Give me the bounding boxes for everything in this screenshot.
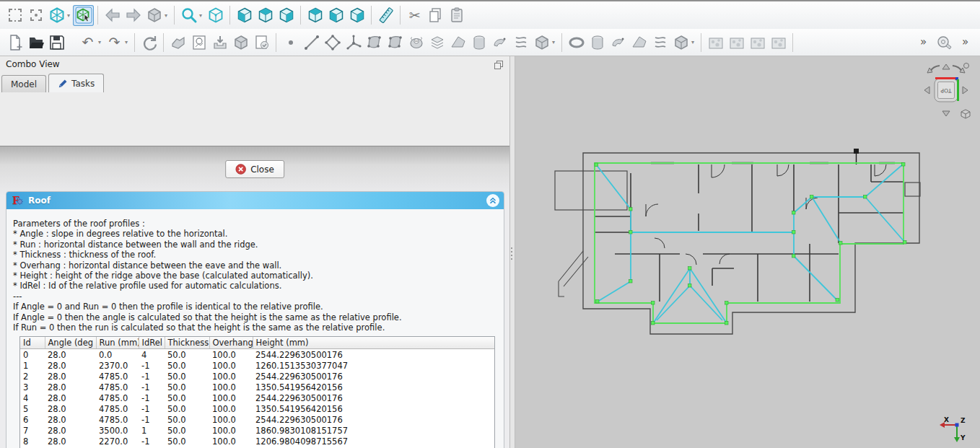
table-cell[interactable]: 50.0 <box>165 403 209 414</box>
table-cell[interactable]: 100.0 <box>209 371 253 382</box>
table-cell[interactable]: -1 <box>139 414 165 425</box>
table-cell[interactable]: 28.0 <box>45 414 96 425</box>
table-cell[interactable]: 3 <box>20 382 45 392</box>
draft-wire-icon[interactable] <box>406 32 426 53</box>
redo-icon[interactable]: ↷ <box>104 32 125 53</box>
part-cylinder-icon[interactable] <box>587 32 608 53</box>
facebinder-icon[interactable] <box>364 32 385 53</box>
toolbar-overflow-icon[interactable]: » <box>913 32 934 53</box>
table-cell[interactable]: 0 <box>20 349 45 361</box>
zoom-icon[interactable] <box>178 5 199 26</box>
table-cell[interactable]: 2270.0 <box>96 436 139 447</box>
table-cell[interactable]: 28.0 <box>45 371 96 382</box>
table-cell[interactable]: 0.0 <box>96 349 139 361</box>
view-bottom-icon[interactable] <box>325 5 346 26</box>
view-front-icon[interactable] <box>234 5 255 26</box>
table-cell[interactable]: 4785.0 <box>96 392 139 403</box>
dropdown-arrow-icon[interactable]: ▾ <box>67 12 73 19</box>
table-cell[interactable]: 1350.541956420156 <box>253 382 494 392</box>
draft-axes-icon[interactable] <box>343 32 364 53</box>
table-cell[interactable]: 2544.229630500176 <box>253 392 494 403</box>
table-cell[interactable]: 50.0 <box>165 436 209 447</box>
box-selection-icon[interactable] <box>4 5 25 26</box>
new-document-icon[interactable] <box>4 32 25 53</box>
image-plane-icon[interactable] <box>188 32 209 53</box>
arch-box-icon[interactable] <box>531 32 552 53</box>
table-cell[interactable]: 1206.9804098715567 <box>253 436 494 447</box>
paste-icon[interactable] <box>446 5 467 26</box>
table-cell[interactable]: 3500.0 <box>96 425 139 436</box>
table-cell[interactable]: -1 <box>139 436 165 447</box>
table-cell[interactable]: 50.0 <box>165 371 209 382</box>
float-panel-icon[interactable] <box>494 60 504 70</box>
toolbar-overflow2-icon[interactable]: » <box>955 32 976 53</box>
table-cell[interactable]: 100.0 <box>209 414 253 425</box>
navigation-cube[interactable]: TOP <box>918 59 974 121</box>
table-row[interactable]: 628.04785.0-150.0100.02544.229630500176 <box>20 414 494 425</box>
material-rock-icon[interactable] <box>768 32 789 53</box>
part-shape-icon[interactable] <box>167 32 188 53</box>
dropdown-arrow-icon[interactable]: ▾ <box>199 12 205 19</box>
table-cell[interactable]: 4 <box>20 392 45 403</box>
table-row[interactable]: 328.04785.0-150.0100.01350.541956420156 <box>20 382 494 392</box>
table-cell[interactable]: 100.0 <box>209 436 253 447</box>
view-right-icon[interactable] <box>276 5 297 26</box>
nav-forward-icon[interactable] <box>123 5 144 26</box>
tab-model[interactable]: Model <box>1 75 46 92</box>
table-cell[interactable]: 50.0 <box>165 425 209 436</box>
table-row[interactable]: 528.04785.0-150.0100.01350.541956420156 <box>20 403 494 414</box>
draw-style-icon[interactable] <box>73 5 94 26</box>
table-cell[interactable]: 1 <box>20 360 45 371</box>
dropdown-arrow-icon[interactable]: ▾ <box>165 12 170 19</box>
table-cell[interactable]: 100.0 <box>209 425 253 436</box>
refresh-icon[interactable] <box>139 32 159 53</box>
view-top-icon[interactable] <box>255 5 276 26</box>
draft-rectangle-icon[interactable] <box>322 32 343 53</box>
nav-back-icon[interactable] <box>102 5 123 26</box>
table-cell[interactable]: 2370.0 <box>96 360 139 371</box>
table-cell[interactable]: -1 <box>139 403 165 414</box>
table-cell[interactable]: 28.0 <box>45 403 96 414</box>
part-sweep-icon[interactable] <box>649 32 670 53</box>
view-rear-icon[interactable] <box>305 5 325 26</box>
axonometric-view-icon[interactable] <box>46 5 67 26</box>
table-cell[interactable]: -1 <box>139 371 165 382</box>
table-cell[interactable]: 50.0 <box>165 392 209 403</box>
table-cell[interactable]: 2544.229630500176 <box>253 349 494 361</box>
table-cell[interactable]: 4785.0 <box>96 414 139 425</box>
material-brick-icon[interactable] <box>726 32 747 53</box>
table-cell[interactable]: 7 <box>20 425 45 436</box>
dropdown-arrow-icon[interactable]: ▾ <box>98 39 104 45</box>
table-cell[interactable]: 4785.0 <box>96 382 139 392</box>
measure-tape-icon[interactable] <box>934 32 955 53</box>
part-cone-icon[interactable] <box>629 32 649 53</box>
dropdown-arrow-icon[interactable]: ▾ <box>691 39 697 45</box>
table-row[interactable]: 028.00.0450.0100.02544.229630500176 <box>20 349 494 361</box>
arch-profile-icon[interactable] <box>489 32 510 53</box>
table-cell[interactable]: 2 <box>20 371 45 382</box>
table-cell[interactable]: 28.0 <box>45 360 96 371</box>
arch-wall-icon[interactable] <box>447 32 468 53</box>
table-cell[interactable]: 28.0 <box>45 392 96 403</box>
table-row[interactable]: 728.03500.0150.0100.01860.9830108151757 <box>20 425 494 436</box>
table-cell[interactable]: 50.0 <box>165 382 209 392</box>
table-cell[interactable]: 2544.229630500176 <box>253 371 494 382</box>
table-cell[interactable]: 4 <box>139 349 165 361</box>
part-gear-icon[interactable] <box>608 32 629 53</box>
facebinder-alt-icon[interactable] <box>385 32 406 53</box>
fit-all-icon[interactable] <box>205 5 226 26</box>
table-cell[interactable]: 1260.1513530377047 <box>253 360 494 371</box>
table-cell[interactable]: -1 <box>139 382 165 392</box>
table-cell[interactable]: 100.0 <box>209 382 253 392</box>
table-cell[interactable]: 100.0 <box>209 360 253 371</box>
table-cell[interactable]: 28.0 <box>45 349 96 361</box>
table-cell[interactable]: -1 <box>139 392 165 403</box>
material-gravel-icon[interactable] <box>747 32 768 53</box>
copy-icon[interactable] <box>425 5 446 26</box>
close-task-button[interactable]: Close <box>225 160 284 178</box>
table-row[interactable]: 828.02270.0-150.0100.01206.9804098715567 <box>20 436 494 447</box>
measure-icon[interactable] <box>375 5 396 26</box>
table-cell[interactable]: 100.0 <box>209 349 253 361</box>
collapse-section-icon[interactable] <box>486 194 499 207</box>
arch-pipe-icon[interactable] <box>510 32 531 53</box>
